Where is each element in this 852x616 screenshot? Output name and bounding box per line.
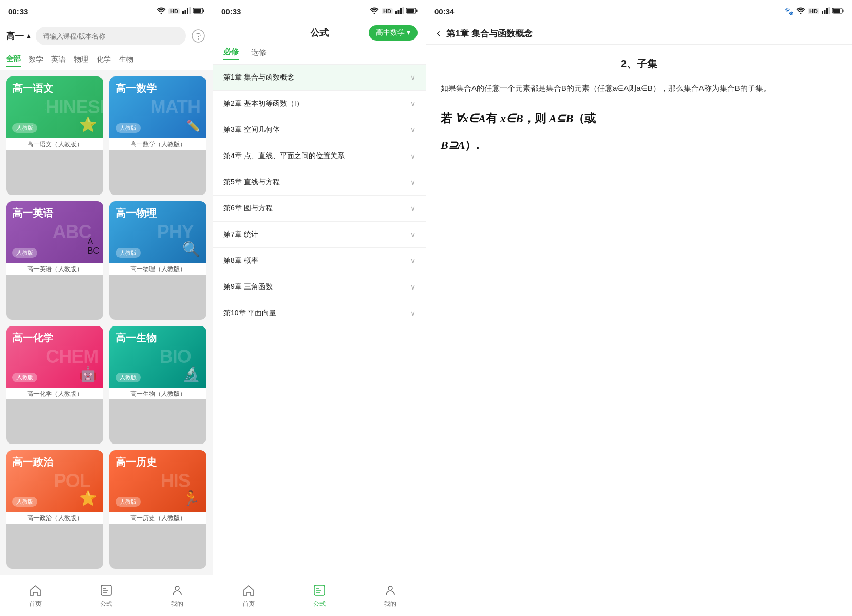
status-time-p2: 00:33 <box>221 7 241 16</box>
subject-card-huaxue[interactable]: 高一化学 CHEM 人教版 🤖 高一化学（人教版） <box>6 326 103 445</box>
grade-arrow-icon: ▲ <box>26 32 32 40</box>
chapter-item-7[interactable]: 第7章 统计 ∨ <box>213 222 426 248</box>
chapter-item-3[interactable]: 第3章 空间几何体 ∨ <box>213 117 426 143</box>
subject-card-wuli[interactable]: 高一物理 PHY 人教版 🔍 高一物理（人教版） <box>109 201 206 320</box>
tab-math[interactable]: 数学 <box>29 53 43 66</box>
chapter-item-9[interactable]: 第9章 三角函数 ∨ <box>213 274 426 300</box>
subject-btn-label: 高中数学 ▾ <box>376 28 410 37</box>
status-bar-p3: 00:34 🐾 HD <box>426 0 852 23</box>
chapter-arrow-2: ∨ <box>410 100 415 108</box>
back-button[interactable]: ‹ <box>437 27 440 40</box>
microscope-icon: 🔬 <box>182 365 200 382</box>
card-title-yingyu: 高一英语 <box>12 206 53 220</box>
chapter-name-7: 第7章 统计 <box>223 230 258 239</box>
p3-content: 2、子集 如果集合A的任意一个元素都是集合B的元素（任意a∈A则a∈B），那么集… <box>426 45 852 616</box>
formula-icon-p1 <box>99 583 113 598</box>
svg-rect-23 <box>822 11 823 14</box>
svg-rect-4 <box>190 7 191 14</box>
hd-badge: HD <box>168 8 180 14</box>
chapter-name-6: 第6章 圆与方程 <box>223 204 273 213</box>
nav-formula-p1[interactable]: 公式 <box>99 583 113 608</box>
svg-point-12 <box>374 13 375 14</box>
tab-physics[interactable]: 物理 <box>74 53 88 66</box>
robot-icon-huaxue: 🤖 <box>79 365 97 382</box>
profile-icon-p1 <box>170 583 184 598</box>
formula-text-1: 若 ∀x∈A有 x∈B，则 A⊆B（或 <box>441 107 838 130</box>
chapter-arrow-5: ∨ <box>410 178 415 186</box>
subject-card-shengwu[interactable]: 高一生物 BIO 人教版 🔬 高一生物（人教版） <box>109 326 206 445</box>
chapter-item-6[interactable]: 第6章 圆与方程 ∨ <box>213 196 426 222</box>
nav-formula-p2[interactable]: 公式 <box>312 583 327 608</box>
chapter-arrow-3: ∨ <box>410 126 415 134</box>
chapter-name-2: 第2章 基本初等函数（I） <box>223 99 304 108</box>
chapter-arrow-8: ∨ <box>410 257 415 265</box>
tab-required[interactable]: 必修 <box>223 47 239 60</box>
panel-formula: 00:33 HD 公式 高中数学 ▾ 必修 选修 第1章 集合与函数概念 ∨ <box>213 0 426 616</box>
card-badge-yingyu: 人教版 <box>12 248 37 258</box>
section-title: 2、子集 <box>441 57 838 71</box>
status-icons-p1: HD <box>157 7 204 16</box>
card-label-wuli: 高一物理（人教版） <box>109 263 206 275</box>
nav-label-formula-p2: 公式 <box>313 600 326 608</box>
panel-home: 00:33 HD 高一 ▲ 全部 数学 英语 物理 化学 <box>0 0 213 616</box>
formula-icon-p2 <box>312 583 327 598</box>
nav-profile-p1[interactable]: 我的 <box>170 583 184 608</box>
chapter-item-10[interactable]: 第10章 平面向量 ∨ <box>213 300 426 326</box>
subject-card-zhengzhi[interactable]: 高一政治 POL 人教版 ⭐ 高一政治（人教版） <box>6 450 103 569</box>
grade-selector[interactable]: 高一 ▲ <box>6 30 32 42</box>
search-input[interactable] <box>36 27 186 45</box>
chapter-name-8: 第8章 概率 <box>223 256 258 265</box>
svg-rect-13 <box>395 11 397 14</box>
signal-icon <box>182 7 191 16</box>
wifi-icon-p3 <box>796 7 805 16</box>
subject-tabs: 全部 数学 英语 物理 化学 生物 <box>0 49 213 70</box>
battery-icon <box>193 8 204 15</box>
definition-text: 如果集合A的任意一个元素都是集合B的元素（任意a∈A则a∈B），那么集合A称为集… <box>441 81 838 95</box>
signal-icon-p2 <box>395 7 404 16</box>
chapter-item-2[interactable]: 第2章 基本初等函数（I） ∨ <box>213 91 426 117</box>
tab-all[interactable]: 全部 <box>6 52 21 67</box>
chapter-item-1[interactable]: 第1章 集合与函数概念 ∨ <box>213 65 426 91</box>
battery-icon-p2 <box>406 8 418 15</box>
chapter-name-4: 第4章 点、直线、平面之间的位置关系 <box>223 151 345 161</box>
subject-card-lishi[interactable]: 高一历史 HIS 人教版 🏃 高一历史（人教版） <box>109 450 206 569</box>
wifi-icon <box>157 7 166 16</box>
nav-home-p1[interactable]: 首页 <box>28 583 43 608</box>
chat-icon[interactable] <box>190 28 206 44</box>
svg-rect-28 <box>833 9 840 13</box>
subject-card-yuwen[interactable]: 高一语文 CHINESE 人教版 ⭐ 高一语文（人教版） <box>6 76 103 195</box>
svg-rect-14 <box>398 10 400 14</box>
svg-rect-1 <box>182 11 184 14</box>
nav-profile-p2[interactable]: 我的 <box>383 583 397 608</box>
status-bar-p1: 00:33 HD <box>0 0 213 23</box>
subject-card-yingyu[interactable]: 高一英语 ABC 人教版 ABC 高一英语（人教版） <box>6 201 103 320</box>
chapter-list: 第1章 集合与函数概念 ∨ 第2章 基本初等函数（I） ∨ 第3章 空间几何体 … <box>213 65 426 575</box>
formula-type-tabs: 必修 选修 <box>213 43 426 65</box>
profile-icon-p2 <box>383 583 397 598</box>
tab-elective[interactable]: 选修 <box>251 48 267 60</box>
chapter-item-4[interactable]: 第4章 点、直线、平面之间的位置关系 ∨ <box>213 143 426 169</box>
status-icons-p3: 🐾 HD <box>785 7 844 16</box>
tab-biology[interactable]: 生物 <box>119 53 134 66</box>
svg-rect-3 <box>187 8 188 14</box>
chapter-item-5[interactable]: 第5章 直线与方程 ∨ <box>213 169 426 196</box>
card-badge-yuwen: 人教版 <box>12 123 37 133</box>
chapter-name-1: 第1章 集合与函数概念 <box>223 73 294 82</box>
card-label-shengwu: 高一生物（人教版） <box>109 388 206 399</box>
tab-english[interactable]: 英语 <box>51 53 66 66</box>
p1-header: 高一 ▲ <box>0 23 213 49</box>
svg-point-22 <box>800 13 802 14</box>
subject-selector-btn[interactable]: 高中数学 ▾ <box>369 25 418 41</box>
panel-detail: 00:34 🐾 HD ‹ 第1章 集合与函数概念 2、子集 如果集合A的任意一个… <box>426 0 852 616</box>
status-time-p1: 00:33 <box>8 7 28 16</box>
chapter-item-8[interactable]: 第8章 概率 ∨ <box>213 248 426 274</box>
formula-page-title: 公式 <box>310 27 329 39</box>
tab-chemistry[interactable]: 化学 <box>97 53 111 66</box>
card-title-shengwu: 高一生物 <box>116 331 157 344</box>
home-icon-p2 <box>241 583 256 598</box>
nav-label-home-p2: 首页 <box>242 600 255 608</box>
svg-rect-29 <box>843 9 844 12</box>
subject-card-shuxue[interactable]: 高一数学 MATH 人教版 ✏️ 高一数学（人教版） <box>109 76 206 195</box>
chapter-arrow-6: ∨ <box>410 204 415 213</box>
nav-home-p2[interactable]: 首页 <box>241 583 256 608</box>
